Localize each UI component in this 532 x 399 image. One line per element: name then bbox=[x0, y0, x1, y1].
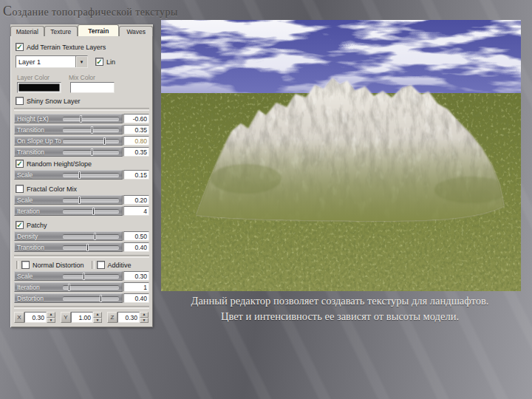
slider-value[interactable]: 4 bbox=[123, 206, 149, 216]
slider-value[interactable]: 0.35 bbox=[123, 125, 149, 134]
checkbox-shiny-snow-layer[interactable]: Shiny Snow Layer bbox=[16, 97, 149, 105]
z-axis-value[interactable]: 0.30 bbox=[117, 312, 140, 323]
slider-bar: Distortion bbox=[14, 293, 123, 303]
checkbox-additive[interactable]: Additive bbox=[97, 261, 132, 269]
slider-density: Density 0.50 bbox=[14, 231, 149, 241]
caption-line-2: Цвет и интенсивность ее зависят от высот… bbox=[157, 309, 523, 324]
slider-thumb[interactable] bbox=[78, 171, 81, 179]
x-axis-value[interactable]: 0.30 bbox=[24, 312, 47, 323]
slider-thumb[interactable] bbox=[86, 244, 89, 251]
slider-track[interactable] bbox=[63, 139, 119, 143]
slider-track[interactable] bbox=[63, 274, 119, 279]
y-axis-stepper[interactable]: ▲ ▼ bbox=[93, 312, 102, 323]
y-axis-button[interactable]: Y bbox=[61, 312, 71, 323]
z-axis-stepper[interactable]: ▲ ▼ bbox=[140, 312, 149, 323]
slider-label: Height (±X) bbox=[15, 115, 63, 123]
checkbox-add-terrain-texture-layers[interactable]: ✓ Add Terrain Texture Layers bbox=[16, 43, 149, 51]
slider-bar: Iteration bbox=[14, 282, 123, 292]
checkbox-icon[interactable] bbox=[16, 97, 24, 105]
slider-value[interactable]: 0.80 bbox=[123, 136, 149, 146]
y-axis-value[interactable]: 1.00 bbox=[71, 312, 93, 323]
slider-value[interactable]: 0.30 bbox=[123, 271, 149, 281]
presentation-slide: Создание топографической текстуры Materi… bbox=[0, 0, 532, 399]
spinner-down-icon[interactable]: ▼ bbox=[140, 318, 149, 324]
tab-texture[interactable]: Texture bbox=[44, 26, 78, 36]
slider-thumb[interactable] bbox=[103, 137, 106, 145]
z-axis-field: Z 0.30 ▲ ▼ bbox=[107, 312, 149, 323]
slider-height: Height (±X) -0.60 bbox=[14, 114, 149, 123]
terrain-render-preview bbox=[161, 20, 521, 291]
slider-thumb[interactable] bbox=[91, 126, 93, 134]
checkbox-icon[interactable] bbox=[16, 185, 24, 193]
mix-color-swatch[interactable] bbox=[70, 82, 115, 93]
layer-color-swatch[interactable] bbox=[17, 82, 61, 93]
slider-track[interactable] bbox=[63, 150, 119, 154]
checkbox-icon[interactable]: ✓ bbox=[16, 160, 24, 168]
slider-label: Scale bbox=[15, 171, 63, 179]
slider-value[interactable]: 0.15 bbox=[123, 170, 149, 180]
spinner-down-icon[interactable]: ▼ bbox=[47, 318, 55, 324]
slider-track[interactable] bbox=[63, 173, 119, 177]
chevron-down-icon[interactable]: ▼ bbox=[75, 56, 87, 67]
slider-track[interactable] bbox=[63, 117, 119, 121]
checkbox-normal-distortion[interactable]: Normal Distortion bbox=[21, 261, 84, 269]
slider-label: Scale bbox=[15, 273, 63, 280]
slider-bar: Scale bbox=[14, 195, 123, 205]
slide-caption: Данный редактор позволяет создавать текс… bbox=[157, 293, 523, 324]
slider-track[interactable] bbox=[63, 296, 119, 301]
spinner-up-icon[interactable]: ▲ bbox=[93, 312, 102, 318]
slider-label: Iteration bbox=[15, 208, 63, 215]
spinner-up-icon[interactable]: ▲ bbox=[140, 312, 149, 318]
checkbox-icon[interactable]: ✓ bbox=[16, 43, 24, 51]
slider-thumb[interactable] bbox=[78, 197, 81, 204]
slider-label: Transition bbox=[15, 126, 63, 134]
slider-thumb[interactable] bbox=[91, 149, 93, 156]
tab-waves[interactable]: Waves bbox=[119, 26, 153, 36]
layer-select-dropdown[interactable]: Layer 1 ▼ bbox=[16, 55, 88, 68]
slider-thumb[interactable] bbox=[83, 273, 85, 280]
slider-track[interactable] bbox=[63, 234, 119, 239]
checkbox-icon[interactable]: ✓ bbox=[95, 58, 103, 66]
slider-value[interactable]: 0.40 bbox=[123, 242, 149, 252]
checkbox-fractal-color-mix[interactable]: Fractal Color Mix bbox=[16, 185, 149, 193]
layer-select-row: Layer 1 ▼ ✓ Lin bbox=[16, 55, 149, 68]
slider-thumb[interactable] bbox=[80, 115, 82, 123]
caption-line-1: Данный редактор позволяет создавать текс… bbox=[157, 293, 523, 309]
checkbox-label: Shiny Snow Layer bbox=[27, 98, 81, 105]
slider-track[interactable] bbox=[63, 128, 119, 132]
slide-title: Создание топографической текстуры bbox=[3, 4, 178, 19]
slider-distortion: Distortion 0.40 bbox=[14, 293, 149, 303]
distortion-checkbox-row: Normal Distortion Additive bbox=[14, 261, 149, 269]
slider-value[interactable]: 0.20 bbox=[123, 195, 149, 205]
checkbox-label: Normal Distortion bbox=[33, 262, 84, 269]
slider-thumb[interactable] bbox=[92, 208, 95, 215]
slider-track[interactable] bbox=[63, 245, 119, 250]
checkbox-lin[interactable]: ✓ Lin bbox=[95, 58, 115, 66]
x-axis-stepper[interactable]: ▲ ▼ bbox=[47, 312, 55, 323]
x-axis-button[interactable]: X bbox=[14, 312, 24, 323]
spinner-up-icon[interactable]: ▲ bbox=[47, 312, 55, 318]
slider-track[interactable] bbox=[63, 285, 119, 290]
slider-value[interactable]: 0.35 bbox=[123, 147, 149, 157]
slider-label: Distortion bbox=[15, 295, 63, 302]
spinner-down-icon[interactable]: ▼ bbox=[93, 318, 102, 324]
slider-thumb[interactable] bbox=[100, 295, 102, 302]
checkbox-icon[interactable]: ✓ bbox=[16, 221, 24, 229]
slider-label: Transition bbox=[15, 149, 63, 156]
slider-track[interactable] bbox=[63, 198, 119, 202]
slider-value[interactable]: 0.50 bbox=[123, 231, 149, 241]
z-axis-button[interactable]: Z bbox=[107, 312, 117, 323]
tab-terrain[interactable]: Terrain bbox=[78, 24, 119, 36]
slider-thumb[interactable] bbox=[94, 233, 96, 240]
checkbox-icon[interactable] bbox=[97, 261, 105, 269]
checkbox-random-height-slope[interactable]: ✓ Random Height/Slope bbox=[16, 160, 149, 168]
checkbox-icon[interactable] bbox=[21, 261, 30, 269]
slider-track[interactable] bbox=[63, 209, 119, 214]
checkbox-patchy[interactable]: ✓ Patchy bbox=[16, 221, 149, 229]
slider-thumb[interactable] bbox=[68, 284, 70, 291]
slider-value[interactable]: 0.40 bbox=[123, 293, 149, 303]
slider-value[interactable]: -0.60 bbox=[123, 114, 149, 123]
slider-value[interactable]: 1 bbox=[123, 282, 149, 292]
tab-material[interactable]: Material bbox=[10, 26, 44, 36]
slider-bar: Scale bbox=[14, 271, 123, 281]
